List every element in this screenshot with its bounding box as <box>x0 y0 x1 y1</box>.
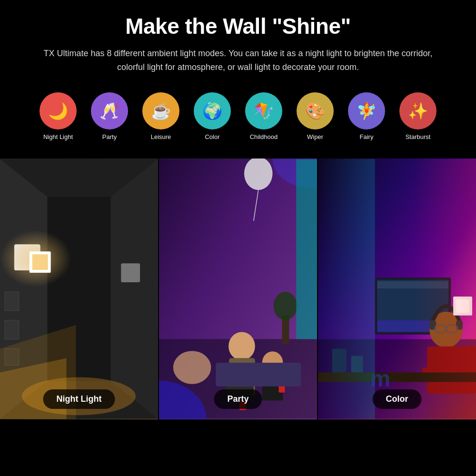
svg-rect-56 <box>318 159 375 418</box>
top-section: Make the Wall "Shine" TX Ultimate has 8 … <box>0 0 476 159</box>
svg-rect-57 <box>413 159 476 418</box>
color-icon-label: Color <box>205 133 219 140</box>
svg-point-33 <box>274 292 298 320</box>
svg-point-24 <box>228 332 255 360</box>
wiper-icon-label: Wiper <box>307 133 323 140</box>
icon-item-party[interactable]: 🥂Party <box>84 92 135 140</box>
party-panel: Party <box>158 159 317 419</box>
svg-point-31 <box>173 351 211 384</box>
color-label: Color <box>373 389 422 409</box>
fairy-icon-label: Fairy <box>360 133 374 140</box>
starburst-icon-label: Starburst <box>406 133 431 140</box>
party-label: Party <box>214 389 262 409</box>
svg-rect-11 <box>5 320 19 339</box>
childhood-icon-label: Childhood <box>250 133 278 140</box>
party-icon-circle: 🥂 <box>91 92 128 129</box>
svg-rect-58 <box>332 348 347 372</box>
icon-item-leisure[interactable]: ☕Leisure <box>135 92 187 140</box>
icon-item-color[interactable]: 🌍Color <box>187 92 238 140</box>
svg-marker-3 <box>110 159 158 418</box>
night-light-icon-label: Night Light <box>43 133 73 140</box>
icon-item-starburst[interactable]: ✨Starburst <box>392 92 444 140</box>
leisure-icon-label: Leisure <box>151 133 171 140</box>
svg-rect-13 <box>121 263 140 282</box>
wiper-icon-circle: 🎨 <box>297 92 334 129</box>
main-title: Make the Wall "Shine" <box>29 13 447 39</box>
icon-item-fairy[interactable]: 🧚Fairy <box>341 92 392 140</box>
icons-row: 🌙Night Light🥂Party☕Leisure🌍Color🪁Childho… <box>29 88 447 149</box>
svg-text:m: m <box>370 366 391 391</box>
svg-rect-15 <box>32 254 48 270</box>
starburst-icon-circle: ✨ <box>399 92 436 129</box>
color-bg: m <box>318 159 476 419</box>
childhood-icon-circle: 🪁 <box>245 92 282 129</box>
party-bg <box>159 159 317 419</box>
svg-rect-36 <box>296 159 317 339</box>
photos-section: Night Light <box>0 159 476 419</box>
subtitle: TX Ultimate has 8 different ambient ligh… <box>43 47 433 74</box>
fairy-icon-circle: 🧚 <box>348 92 385 129</box>
night-light-icon-circle: 🌙 <box>40 92 77 129</box>
party-icon-label: Party <box>102 133 117 140</box>
icon-item-childhood[interactable]: 🪁Childhood <box>238 92 289 140</box>
color-panel: m <box>317 159 476 419</box>
leisure-icon-circle: ☕ <box>142 92 179 129</box>
night-light-label: Night Light <box>43 389 115 409</box>
svg-rect-34 <box>216 363 301 387</box>
icon-item-night-light[interactable]: 🌙Night Light <box>32 92 84 140</box>
color-icon-circle: 🌍 <box>194 92 231 129</box>
night-light-panel: Night Light <box>0 159 158 419</box>
night-light-bg <box>0 159 158 419</box>
svg-rect-10 <box>5 292 19 311</box>
icon-item-wiper[interactable]: 🎨Wiper <box>289 92 341 140</box>
svg-rect-59 <box>351 356 363 372</box>
